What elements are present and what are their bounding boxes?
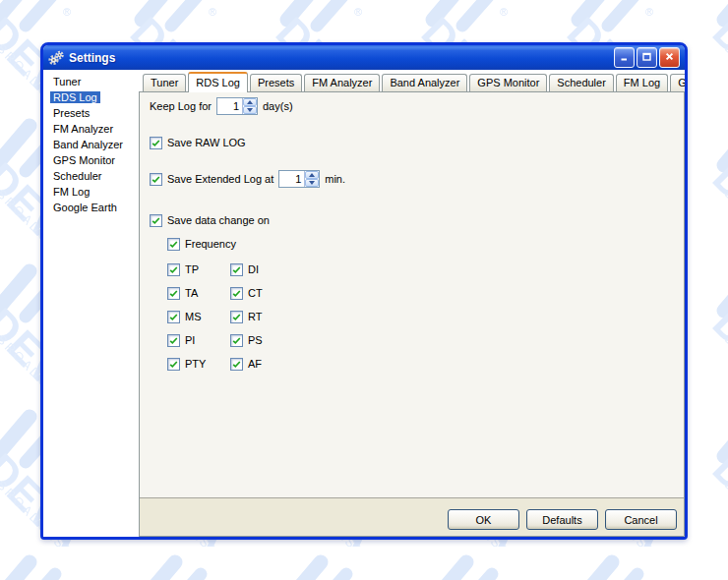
tab-fm-analyzer[interactable]: FM Analyzer [304, 74, 380, 91]
sidebar-item-label: GPS Monitor [50, 154, 118, 166]
tab-google-earth[interactable]: Google Earth [670, 74, 688, 91]
save-raw-checkbox[interactable] [150, 137, 162, 149]
save-raw-label[interactable]: Save RAW LOG [167, 137, 246, 148]
flag-checkbox-ct[interactable] [230, 287, 243, 300]
sidebar-item-google-earth[interactable]: Google Earth [43, 200, 139, 215]
gears-icon [48, 50, 65, 66]
flag-label-pty[interactable]: PTY [185, 358, 206, 370]
flag-checkbox-tp[interactable] [167, 263, 180, 276]
maximize-button[interactable] [637, 47, 657, 68]
flag-tp-row: TP [167, 263, 230, 276]
frequency-row: Frequency [167, 234, 236, 254]
frequency-label[interactable]: Frequency [185, 238, 236, 250]
flag-checkbox-ps[interactable] [230, 334, 243, 347]
flag-pty-row: PTY [167, 358, 230, 371]
flag-ms-row: MS [167, 311, 230, 323]
flag-di-row: DI [230, 263, 263, 276]
flag-checkbox-pty[interactable] [167, 358, 180, 371]
arrow-up-icon [247, 100, 253, 104]
flag-checkbox-grid: TPDITACTMSRTPIPSPTYAF [167, 258, 263, 376]
titlebar[interactable]: Settings [43, 45, 685, 70]
maximize-icon [641, 50, 652, 65]
save-extended-checkbox[interactable] [150, 173, 162, 186]
sidebar-item-label: Google Earth [50, 202, 120, 213]
spin-down-button[interactable] [243, 106, 257, 114]
content-panel: Keep Log for 1 day(s) Save RAW LOG [139, 91, 685, 537]
save-raw-row: Save RAW LOG [150, 133, 246, 152]
sidebar-item-rds-log[interactable]: RDS Log [43, 89, 139, 105]
tab-gps-monitor[interactable]: GPS Monitor [469, 74, 547, 91]
flag-pi-row: PI [167, 334, 230, 347]
sidebar-item-label: Band Analyzer [50, 139, 126, 150]
flag-checkbox-ta[interactable] [167, 287, 180, 300]
tab-presets[interactable]: Presets [250, 74, 302, 91]
close-icon [664, 50, 675, 65]
flag-ta-row: TA [167, 287, 230, 300]
footer-bar: OK Defaults Cancel [140, 497, 684, 536]
arrow-up-icon [309, 173, 315, 177]
sidebar-item-label: FM Log [50, 186, 92, 198]
flag-checkbox-rt[interactable] [230, 311, 243, 323]
save-extended-spinner[interactable]: 1 [278, 170, 320, 188]
save-extended-label[interactable]: Save Extended Log at [167, 173, 273, 185]
keep-log-spin-buttons [242, 98, 257, 114]
arrow-down-icon [309, 181, 315, 185]
flag-af-row: AF [230, 358, 263, 371]
flag-checkbox-di[interactable] [230, 263, 243, 276]
flag-label-di[interactable]: DI [248, 263, 259, 275]
sidebar-item-fm-analyzer[interactable]: FM Analyzer [43, 121, 139, 137]
minimize-icon [619, 50, 630, 65]
frequency-checkbox[interactable] [167, 238, 180, 251]
flag-label-af[interactable]: AF [248, 358, 262, 370]
tab-fm-log[interactable]: FM Log [616, 74, 668, 91]
sidebar: TunerRDS LogPresetsFM AnalyzerBand Analy… [43, 70, 139, 537]
flag-checkbox-ms[interactable] [167, 311, 180, 323]
sidebar-item-label: Tuner [50, 76, 84, 87]
flag-checkbox-af[interactable] [230, 358, 243, 371]
spin-up-button[interactable] [305, 171, 319, 179]
arrow-down-icon [247, 108, 253, 112]
save-data-change-label[interactable]: Save data change on [167, 214, 270, 226]
tab-tuner[interactable]: Tuner [143, 74, 186, 91]
tab-scheduler[interactable]: Scheduler [549, 74, 614, 91]
keep-log-spinner[interactable]: 1 [216, 97, 258, 115]
save-extended-spin-buttons [304, 171, 319, 187]
rds-log-page: Keep Log for 1 day(s) Save RAW LOG [140, 92, 684, 496]
flag-label-pi[interactable]: PI [185, 334, 195, 346]
window-controls [614, 47, 680, 68]
flag-label-ps[interactable]: PS [248, 334, 263, 346]
flag-label-ta[interactable]: TA [185, 287, 198, 299]
sidebar-item-fm-log[interactable]: FM Log [43, 184, 139, 200]
tab-control: TunerRDS LogPresetsFM AnalyzerBand Analy… [139, 70, 685, 537]
sidebar-item-label: FM Analyzer [50, 123, 116, 135]
sidebar-item-gps-monitor[interactable]: GPS Monitor [43, 152, 139, 168]
save-extended-row: Save Extended Log at 1 min. [150, 169, 345, 189]
flag-checkbox-pi[interactable] [167, 334, 180, 347]
tab-bar: TunerRDS LogPresetsFM AnalyzerBand Analy… [139, 70, 685, 91]
minimize-button[interactable] [614, 47, 635, 68]
ok-button[interactable]: OK [448, 509, 519, 530]
save-data-change-row: Save data change on [150, 210, 270, 230]
keep-log-value[interactable]: 1 [217, 98, 242, 114]
flag-ps-row: PS [230, 334, 263, 347]
sidebar-item-label: Presets [50, 107, 92, 119]
cancel-button[interactable]: Cancel [605, 509, 677, 530]
flag-label-ms[interactable]: MS [185, 311, 202, 322]
flag-label-rt[interactable]: RT [248, 311, 262, 322]
tab-band-analyzer[interactable]: Band Analyzer [382, 74, 467, 91]
keep-log-row: Keep Log for 1 day(s) [150, 96, 293, 116]
defaults-button[interactable]: Defaults [526, 509, 598, 530]
flag-label-tp[interactable]: TP [185, 263, 199, 275]
sidebar-item-presets[interactable]: Presets [43, 105, 139, 121]
flag-label-ct[interactable]: CT [248, 287, 263, 299]
save-data-change-checkbox[interactable] [150, 214, 162, 227]
tab-rds-log[interactable]: RDS Log [188, 72, 248, 92]
sidebar-item-tuner[interactable]: Tuner [43, 74, 139, 89]
save-extended-value[interactable]: 1 [279, 171, 304, 187]
sidebar-item-scheduler[interactable]: Scheduler [43, 168, 139, 184]
spin-down-button[interactable] [305, 179, 319, 187]
flag-ct-row: CT [230, 287, 263, 300]
close-button[interactable] [659, 47, 680, 68]
spin-up-button[interactable] [243, 98, 257, 106]
sidebar-item-band-analyzer[interactable]: Band Analyzer [43, 137, 139, 152]
